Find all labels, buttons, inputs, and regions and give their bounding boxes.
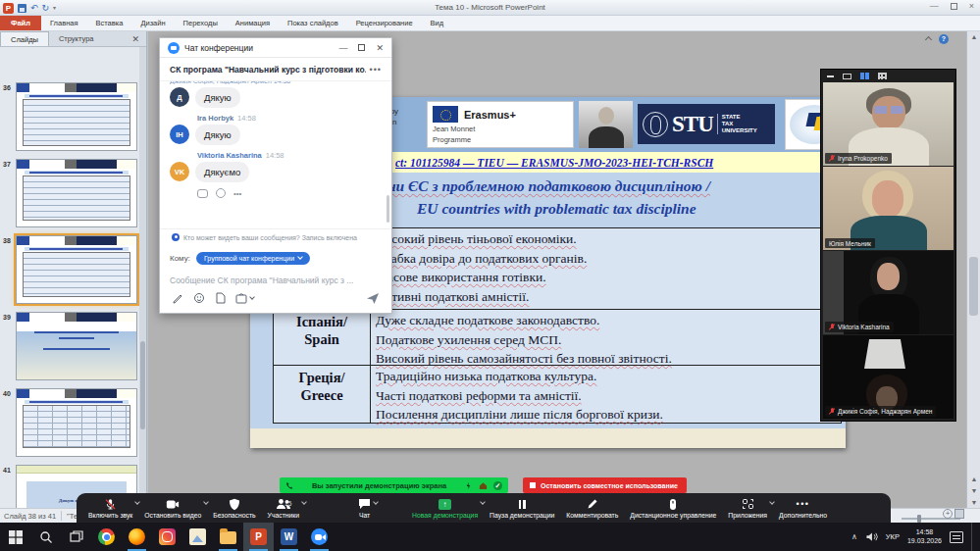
chat-button[interactable]: Чат [352,493,377,523]
screen-share-banner: Вы запустили демонстрацию экрана ✓ [280,477,508,493]
taskbar-chrome-icon[interactable] [91,523,122,551]
ribbon-collapse-icon[interactable] [925,35,932,42]
country-cell: Греція/Greece [274,366,371,423]
pause-share-button[interactable]: Пауза демонстрации [484,493,560,523]
minimize-videos-icon[interactable] [827,75,834,77]
tab-design[interactable]: Дизайн [131,16,174,30]
recipient-select[interactable]: Групповой чат конференции [196,252,310,265]
slide-thumbnail-37[interactable]: 37 [0,159,140,229]
tab-home[interactable]: Главная [41,16,87,30]
scroll-up-icon[interactable]: ▲ [969,33,979,40]
video-panel-toolbar [821,70,955,82]
grid-view-icon[interactable] [878,73,887,79]
stop-video-button[interactable]: Остановить видео [138,493,207,523]
chat-maximize-button[interactable] [358,44,365,51]
stu-logo: STU STATETAXUNIVERSITY [638,104,775,144]
taskbar-photos-icon[interactable] [182,523,213,551]
unmute-button[interactable]: Включить звук [82,493,138,523]
ribbon-controls: ? [926,34,949,44]
tab-animation[interactable]: Анимация [227,16,279,30]
slide-thumbnail-36[interactable]: 36 [0,82,140,153]
chat-scrollbar[interactable] [387,195,389,223]
attach-file-icon[interactable] [215,292,226,304]
stop-share-banner[interactable]: Остановить совместное использование [523,477,687,493]
slide-thumbnail-38[interactable]: 38 [0,235,140,306]
more-button[interactable]: ••• Дополнительно [773,493,833,523]
tab-slideshow[interactable]: Показ слайдов [279,16,347,30]
screenshot-icon[interactable] [235,293,254,304]
format-icon[interactable] [172,292,183,304]
language-indicator[interactable]: УКР [886,532,900,541]
taskbar-powerpoint-icon[interactable]: P [243,523,274,551]
message-sender: Джикія Софія, Наджарян Армен 14:58 [170,81,382,84]
participants-button[interactable]: 15 Участники [262,493,305,523]
slide-thumbnail-40[interactable]: 40 [0,388,140,459]
tab-transitions[interactable]: Переходы [175,16,227,30]
help-icon[interactable]: ? [939,34,949,44]
action-center-icon[interactable] [950,531,963,543]
chat-input[interactable] [170,276,382,285]
previous-slide-icon[interactable]: ▲ [969,476,979,482]
fit-to-window-icon[interactable] [954,509,964,519]
show-desktop-strip[interactable] [971,523,974,551]
remote-control-button[interactable]: Дистанционное управление [624,493,722,523]
close-button[interactable]: × [969,1,974,11]
chat-recipient-row: Кому: Групповой чат конференции [160,248,391,268]
more-actions-icon[interactable]: ••• [233,189,241,198]
security-button[interactable]: Безопасность [207,493,261,523]
video-tile[interactable]: Viktoria Kasharina [823,251,954,334]
taskbar-clock[interactable]: 14:58 19.03.2026 [907,528,942,545]
participants-chevron-icon[interactable] [301,499,307,505]
slide-thumbnail-39[interactable]: 39 [0,312,140,382]
tab-view[interactable]: Вид [422,16,453,30]
maximize-button[interactable] [951,3,957,10]
minimize-button[interactable]: — [930,1,939,11]
send-icon[interactable] [366,292,380,305]
zoom-slider[interactable]: + [902,518,960,520]
speaker-view-icon[interactable] [843,74,851,79]
search-button[interactable] [30,523,61,551]
zoom-in-icon[interactable]: + [943,509,953,519]
gallery-view-icon[interactable] [860,73,869,79]
avatar: Д [170,87,189,107]
add-reaction-icon[interactable] [216,188,226,198]
reply-icon[interactable] [197,189,208,198]
taskbar-zoom-icon[interactable] [304,523,335,551]
next-slide-icon[interactable]: ▼ [969,487,979,494]
new-share-button[interactable]: ↑ Новая демонстрация [406,493,484,523]
chat-chevron-icon[interactable] [373,499,379,505]
hidden-icons-chevron-icon[interactable]: ∧ [851,532,857,541]
channel-menu-icon[interactable]: ••• [370,65,382,75]
apps-button[interactable]: Приложения [722,493,773,523]
taskbar-word-icon[interactable]: W [274,523,304,551]
tab-review[interactable]: Рецензирование [347,16,422,30]
video-tile[interactable]: Iryna Prokopenko [823,82,954,166]
emoji-icon[interactable] [193,292,205,304]
erasmus-label: Erasmus+ [464,109,516,121]
chat-minimize-button[interactable]: — [338,43,347,53]
tab-file[interactable]: Файл [0,16,41,30]
video-tile[interactable]: Джикія Софія, Наджарян Армен [823,335,954,419]
taskbar-instagram-icon[interactable] [152,523,182,551]
avatar: VK [170,162,189,181]
message-text: Дякуємо [195,162,249,182]
scroll-down-icon[interactable]: ▼ [969,499,979,506]
tab-outline[interactable]: Структура [49,31,104,46]
start-button[interactable] [0,523,30,551]
taskbar-explorer-icon[interactable] [213,523,243,551]
tab-slides-thumbnails[interactable]: Слайды [0,31,49,46]
slides-panel-scrollbar[interactable] [139,47,146,508]
volume-icon[interactable] [865,531,878,542]
slide-scrollbar[interactable]: ▲ ▲ ▼ ▼ [966,31,980,508]
window-controls: — × [930,1,974,11]
scrollbar-thumb[interactable] [969,257,978,316]
taskbar-firefox-icon[interactable] [122,523,152,551]
chat-channel-header[interactable]: СК програма "Навчальний курс з підготовк… [160,58,391,81]
annotate-button[interactable]: Комментировать [560,493,624,523]
video-panel: Iryna Prokopenko Юлія Мельник Viktoria K… [820,69,956,422]
chat-close-button[interactable]: ✕ [376,43,384,53]
task-view-button[interactable] [61,523,91,551]
video-tile[interactable]: Юлія Мельник [823,167,954,250]
panel-close-icon[interactable]: ✕ [125,31,146,46]
tab-insert[interactable]: Вставка [87,16,132,30]
